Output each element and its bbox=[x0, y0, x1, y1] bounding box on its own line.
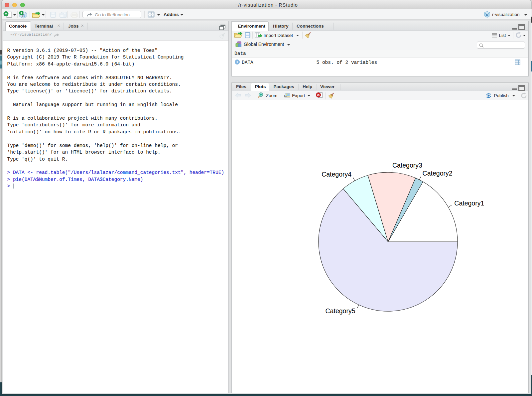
svg-text:R: R bbox=[486, 13, 489, 17]
